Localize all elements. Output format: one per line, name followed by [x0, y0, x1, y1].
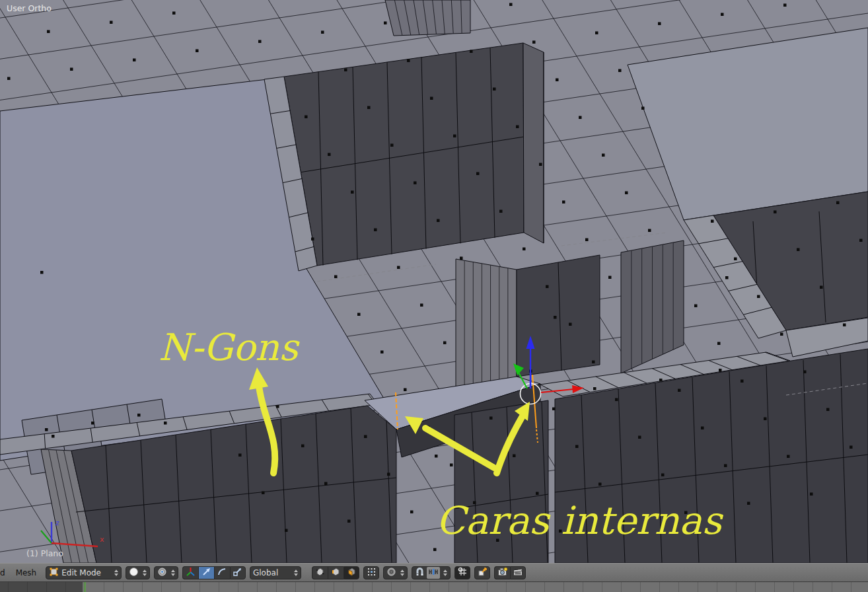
- timeline-frame-tick: [698, 582, 698, 592]
- timeline-frame-tick: [813, 582, 813, 592]
- rotate-icon: [217, 567, 227, 579]
- edge-select-icon: [331, 567, 341, 579]
- mesh-scene: zxUser Ortho(1) PlanoN-GonsCaras interna…: [0, 0, 868, 563]
- snap-grid-icon: [458, 567, 468, 579]
- chevron-updown-icon: [143, 570, 147, 576]
- timeline-frame-tick: [219, 582, 219, 592]
- timeline-frame-tick: [391, 582, 392, 592]
- timeline-frame-tick: [774, 582, 775, 592]
- timeline-frame-tick: [468, 582, 468, 592]
- scale-icon: [233, 567, 242, 579]
- opengl-render-still-icon: [497, 567, 508, 579]
- timeline-frame-tick: [755, 582, 756, 592]
- chevron-updown-icon: [114, 570, 118, 576]
- timeline-frame-tick: [161, 582, 162, 592]
- snap-controls: [412, 566, 451, 579]
- face-select-icon: [347, 567, 357, 579]
- apply-transform-button[interactable]: [474, 566, 490, 579]
- timeline-frame-tick: [659, 582, 660, 592]
- timeline-frame-tick: [85, 582, 85, 592]
- timeline-frame-tick: [27, 582, 28, 592]
- blender-window: zxUser Ortho(1) PlanoN-GonsCaras interna…: [0, 0, 868, 592]
- object-info-label: (1) Plano: [26, 548, 63, 558]
- timeline-prestart-range: [0, 582, 83, 592]
- apply-transform-icon: [478, 567, 488, 579]
- timeline-frame-tick: [449, 582, 449, 592]
- timeline-frame-tick: [257, 582, 258, 592]
- translate-icon: [201, 567, 211, 579]
- orientation-dropdown-label: Global: [253, 568, 290, 577]
- occlude-geometry-icon: [367, 567, 377, 579]
- timeline-frame-tick: [8, 582, 9, 592]
- timeline-frame-tick: [238, 582, 238, 592]
- timeline-frame-tick: [295, 582, 296, 592]
- menu-add-partial[interactable]: d: [0, 568, 7, 577]
- timeline-frame-tick: [583, 582, 583, 592]
- manipulator-axes-button[interactable]: [182, 566, 198, 579]
- timeline-frame-tick: [199, 582, 200, 592]
- edge-select-button[interactable]: [328, 566, 344, 579]
- view-mode-label: User Ortho: [7, 3, 52, 13]
- mode-dropdown[interactable]: Edit Mode: [46, 566, 122, 579]
- snap-element-button[interactable]: [427, 567, 440, 579]
- timeline-frame-tick: [410, 582, 411, 592]
- timeline-frame-tick: [65, 582, 66, 592]
- select-mode-buttons: [312, 566, 359, 579]
- snap-magnet-icon: [415, 570, 425, 579]
- timeline-frame-tick: [525, 582, 526, 592]
- timeline-frame-tick: [851, 582, 851, 592]
- timeline-frame-tick: [353, 582, 353, 592]
- opengl-render-anim-icon: [513, 567, 523, 579]
- timeline-frame-tick: [544, 582, 545, 592]
- rotate-manipulator-button[interactable]: [214, 566, 230, 579]
- opengl-render-anim-button[interactable]: [510, 566, 526, 579]
- timeline-frame-tick: [429, 582, 430, 592]
- manipulator-axes-icon: [186, 567, 196, 579]
- occlude-geometry-button[interactable]: [363, 566, 379, 579]
- chevron-updown-icon: [294, 570, 298, 576]
- menu-mesh[interactable]: Mesh: [11, 568, 42, 577]
- scale-manipulator-button[interactable]: [230, 566, 246, 579]
- translate-manipulator-button[interactable]: [198, 566, 214, 579]
- proportional-edit-dropdown[interactable]: [383, 566, 408, 579]
- timeline-frame-tick: [314, 582, 315, 592]
- timeline-frame-tick: [736, 582, 737, 592]
- timeline-frame-tick: [334, 582, 334, 592]
- pivot-point-icon: [157, 567, 167, 579]
- editmode-icon: [49, 567, 59, 579]
- chevron-updown-icon: [443, 570, 447, 576]
- timeline-frame-tick: [123, 582, 124, 592]
- snap-grid-button[interactable]: [454, 566, 470, 579]
- timeline-frame-tick: [506, 582, 507, 592]
- shading-dropdown[interactable]: [126, 566, 150, 579]
- vertex-select-icon: [315, 567, 325, 579]
- timeline-frame-tick: [372, 582, 373, 592]
- snap-increment-icon: [428, 569, 439, 578]
- timeline-frame-tick: [46, 582, 47, 592]
- annotation-caras-label: Caras internas: [436, 498, 724, 543]
- manipulator-buttons: [182, 566, 246, 579]
- snap-magnet-button[interactable]: [415, 567, 425, 579]
- orientation-dropdown[interactable]: Global: [250, 566, 301, 579]
- timeline-frame-tick: [142, 582, 143, 592]
- timeline-frame-tick: [276, 582, 277, 592]
- mode-dropdown-label: Edit Mode: [61, 568, 110, 577]
- timeline-frame-tick: [640, 582, 641, 592]
- vertex-select-button[interactable]: [312, 566, 328, 579]
- timeline-strip[interactable]: [0, 582, 868, 592]
- timeline-frame-tick: [487, 582, 488, 592]
- timeline-frame-tick: [563, 582, 564, 592]
- timeline-frame-tick: [104, 582, 104, 592]
- shading-sphere-icon: [129, 567, 139, 579]
- pivot-dropdown[interactable]: [154, 566, 178, 579]
- axis-z-label: z: [55, 519, 59, 527]
- face-select-button[interactable]: [344, 566, 359, 579]
- chevron-updown-icon: [171, 570, 175, 576]
- timeline-frame-tick: [180, 582, 181, 592]
- viewport-3d[interactable]: zxUser Ortho(1) PlanoN-GonsCaras interna…: [0, 0, 868, 563]
- axis-x-label: x: [100, 535, 104, 544]
- opengl-render-still-button[interactable]: [494, 566, 510, 579]
- timeline-frame-tick: [717, 582, 717, 592]
- timeline-frame-tick: [678, 582, 679, 592]
- timeline-frame-tick: [621, 582, 622, 592]
